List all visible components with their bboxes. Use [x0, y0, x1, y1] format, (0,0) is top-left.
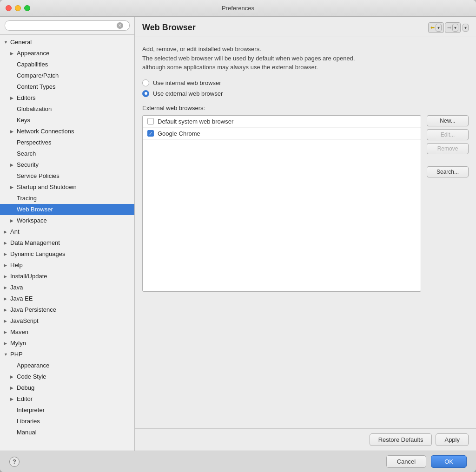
history-dropdown[interactable]: ▾ — [463, 24, 469, 32]
browsers-list: Default system web browser✓Google Chrome — [142, 115, 421, 292]
sidebar-item-label-editors: Editors — [17, 93, 131, 103]
tree-arrow-startup-shutdown: ▶ — [10, 183, 17, 192]
radio-internal-label: Use internal web browser — [153, 79, 221, 86]
sidebar-item-help[interactable]: ▶Help — [0, 260, 134, 271]
sidebar-item-label-content-types: Content Types — [17, 82, 131, 92]
sidebar-item-content-types[interactable]: Content Types — [0, 81, 134, 92]
sidebar-item-search[interactable]: Search — [0, 148, 134, 159]
search-input[interactable] — [5, 20, 130, 31]
forward-button[interactable]: ➡ ▾ — [445, 22, 461, 33]
sidebar-item-label-network-connections: Network Connections — [17, 127, 131, 136]
sidebar-item-maven[interactable]: ▶Maven — [0, 327, 134, 338]
back-dropdown[interactable]: ▾ — [436, 24, 442, 32]
search-button[interactable]: Search... — [427, 166, 469, 177]
tree-arrow-workspace: ▶ — [10, 216, 17, 225]
sidebar-item-label-tracing: Tracing — [17, 194, 131, 203]
sidebar-item-php-appearance[interactable]: Appearance — [0, 360, 134, 371]
tree-arrow-dynamic-languages: ▶ — [4, 249, 10, 259]
sidebar-item-php-libraries[interactable]: Libraries — [0, 416, 134, 427]
sidebar-item-data-management[interactable]: ▶Data Management — [0, 237, 134, 249]
sidebar-item-keys[interactable]: Keys — [0, 115, 134, 126]
sidebar-item-security[interactable]: ▶Security — [0, 159, 134, 170]
tree-arrow-network-connections: ▶ — [10, 127, 17, 136]
sidebar-item-php-manual[interactable]: Manual — [0, 427, 134, 438]
sidebar-item-startup-shutdown[interactable]: ▶Startup and Shutdown — [0, 182, 134, 193]
sidebar-item-mylyn[interactable]: ▶Mylyn — [0, 338, 134, 349]
nav-arrows: ⬅ ▾ ➡ ▾ ▾ — [428, 22, 469, 33]
ok-button[interactable]: OK — [431, 455, 467, 468]
tree-arrow-appearance: ▶ — [10, 49, 17, 58]
tree-arrow-ant: ▶ — [4, 227, 10, 236]
sidebar-item-label-ant: Ant — [10, 227, 131, 236]
sidebar-item-label-php-manual: Manual — [17, 428, 131, 437]
sidebar-item-label-install-update: Install/Update — [10, 272, 131, 281]
main-area: ✕ ▼General▶AppearanceCapabilitiesCompare… — [0, 17, 476, 451]
search-clear-button[interactable]: ✕ — [117, 22, 123, 29]
close-button[interactable] — [6, 5, 12, 11]
sidebar-item-perspectives[interactable]: Perspectives — [0, 137, 134, 148]
sidebar-item-label-php-editor: Editor — [17, 394, 131, 404]
content-footer: Restore Defaults Apply — [135, 428, 476, 451]
browser-item-default-system[interactable]: Default system web browser — [143, 116, 421, 128]
sidebar-item-php-editor[interactable]: ▶Editor — [0, 393, 134, 405]
sidebar-item-label-help: Help — [10, 261, 131, 270]
forward-dropdown[interactable]: ▾ — [452, 24, 458, 32]
browsers-actions: New... Edit... Remove Search... — [427, 115, 469, 177]
sidebar-item-java[interactable]: ▶Java — [0, 282, 134, 293]
sidebar-item-compare-patch[interactable]: Compare/Patch — [0, 70, 134, 81]
browser-item-google-chrome[interactable]: ✓Google Chrome — [143, 128, 421, 140]
browser-checkbox-google-chrome[interactable]: ✓ — [147, 130, 154, 137]
traffic-lights — [6, 5, 30, 11]
content-body: Add, remove, or edit installed web brows… — [135, 37, 476, 428]
sidebar-item-java-persistence[interactable]: ▶Java Persistence — [0, 304, 134, 315]
radio-internal[interactable] — [142, 79, 149, 86]
sidebar-item-install-update[interactable]: ▶Install/Update — [0, 271, 134, 282]
apply-button[interactable]: Apply — [436, 433, 469, 446]
maximize-button[interactable] — [24, 5, 30, 11]
sidebar-item-editors[interactable]: ▶Editors — [0, 92, 134, 104]
title-bar: Preferences — [0, 0, 476, 17]
sidebar-item-label-javascript: JavaScript — [10, 316, 131, 326]
content-title: Web Browser — [142, 23, 196, 33]
sidebar-item-appearance[interactable]: ▶Appearance — [0, 48, 134, 59]
sidebar-item-service-policies[interactable]: Service Policies — [0, 170, 134, 182]
sidebar-item-web-browser[interactable]: Web Browser — [0, 204, 134, 215]
help-button[interactable]: ? — [9, 457, 20, 467]
remove-button[interactable]: Remove — [427, 143, 469, 154]
sidebar-item-php-code-style[interactable]: ▶Code Style — [0, 371, 134, 382]
sidebar-item-network-connections[interactable]: ▶Network Connections — [0, 126, 134, 137]
sidebar-item-javascript[interactable]: ▶JavaScript — [0, 315, 134, 327]
sidebar-item-java-ee[interactable]: ▶Java EE — [0, 293, 134, 304]
sidebar-item-globalization[interactable]: Globalization — [0, 104, 134, 115]
sidebar-item-php-debug[interactable]: ▶Debug — [0, 382, 134, 393]
sidebar-item-label-mylyn: Mylyn — [10, 339, 131, 348]
restore-defaults-button[interactable]: Restore Defaults — [370, 433, 432, 446]
sidebar-item-label-php-debug: Debug — [17, 383, 131, 393]
sidebar-item-php-interpreter[interactable]: Interpreter — [0, 405, 134, 416]
content-area: Web Browser ⬅ ▾ ➡ ▾ ▾ Add, remove, or ed… — [135, 17, 476, 451]
window-title: Preferences — [222, 5, 254, 12]
sidebar-item-ant[interactable]: ▶Ant — [0, 226, 134, 237]
sidebar-item-php[interactable]: ▼PHP — [0, 349, 134, 360]
sidebar-item-label-data-management: Data Management — [10, 238, 131, 248]
sidebar-item-label-php-appearance: Appearance — [17, 361, 131, 370]
minimize-button[interactable] — [15, 5, 21, 11]
browser-checkbox-default-system[interactable] — [147, 118, 154, 125]
radio-external-label: Use external web browser — [153, 90, 223, 97]
sidebar-item-general[interactable]: ▼General — [0, 37, 134, 48]
sidebar-search-area: ✕ — [0, 17, 134, 35]
sidebar-item-label-php-libraries: Libraries — [17, 417, 131, 426]
sidebar-item-dynamic-languages[interactable]: ▶Dynamic Languages — [0, 249, 134, 260]
new-button[interactable]: New... — [427, 115, 469, 126]
sidebar-item-workspace[interactable]: ▶Workspace — [0, 215, 134, 226]
tree-arrow-java: ▶ — [4, 283, 10, 292]
radio-external[interactable] — [142, 90, 149, 97]
description-text: Add, remove, or edit installed web brows… — [142, 45, 469, 72]
cancel-button[interactable]: Cancel — [386, 455, 426, 468]
browser-label-google-chrome: Google Chrome — [158, 130, 200, 137]
back-button[interactable]: ⬅ ▾ — [428, 22, 444, 33]
edit-button[interactable]: Edit... — [427, 129, 469, 140]
sidebar-item-label-php-interpreter: Interpreter — [17, 406, 131, 415]
sidebar-item-capabilities[interactable]: Capabilities — [0, 59, 134, 70]
sidebar-item-tracing[interactable]: Tracing — [0, 193, 134, 204]
